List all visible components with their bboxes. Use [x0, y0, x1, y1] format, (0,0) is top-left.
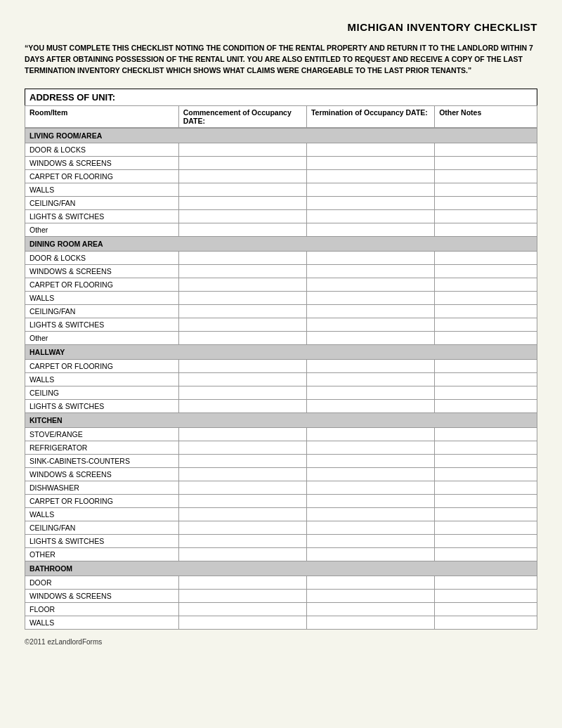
section-row: KITCHEN [25, 413, 537, 428]
item-label: WALLS [25, 508, 179, 521]
commencement-value [178, 468, 306, 481]
disclaimer-text: “YOU MUST COMPLETE THIS CHECKLIST NOTING… [25, 43, 537, 76]
section-label: DINING ROOM AREA [25, 237, 537, 252]
item-label: LIGHTS & SWITCHES [25, 400, 179, 413]
notes-value [435, 455, 537, 468]
table-row: OTHER [25, 548, 537, 561]
section-label: HALLWAY [25, 345, 537, 360]
item-label: DOOR & LOCKS [25, 143, 179, 157]
notes-value [435, 616, 537, 630]
address-row: ADDRESS OF UNIT: [25, 89, 537, 106]
table-row: CARPET OR FLOORING [25, 360, 537, 373]
section-row: HALLWAY [25, 345, 537, 360]
col-header-notes: Other Notes [435, 106, 537, 128]
column-header-row: Room/Item Commencement of Occupancy DATE… [25, 106, 537, 128]
notes-value [435, 400, 537, 413]
item-label: OTHER [25, 548, 179, 561]
item-label: LIGHTS & SWITCHES [25, 318, 179, 332]
termination-value [306, 481, 434, 495]
item-label: CEILING [25, 386, 179, 400]
termination-value [306, 386, 434, 400]
commencement-value [178, 455, 306, 468]
table-row: CEILING/FAN [25, 197, 537, 210]
table-row: Other [25, 223, 537, 237]
table-row: WINDOWS & SCREENS [25, 157, 537, 170]
commencement-value [178, 360, 306, 373]
notes-value [435, 495, 537, 508]
termination-value [306, 576, 434, 590]
termination-value [306, 360, 434, 373]
item-label: Other [25, 223, 179, 237]
col-header-room: Room/Item [25, 106, 179, 128]
item-label: WINDOWS & SCREENS [25, 468, 179, 481]
item-label: CARPET OR FLOORING [25, 278, 179, 292]
table-row: LIGHTS & SWITCHES [25, 210, 537, 223]
notes-value [435, 223, 537, 237]
table-row: WALLS [25, 616, 537, 630]
table-row: REFRIGERATOR [25, 441, 537, 455]
item-label: DISHWASHER [25, 481, 179, 495]
table-row: WALLS [25, 508, 537, 521]
notes-value [435, 197, 537, 210]
termination-value [306, 508, 434, 521]
item-label: CARPET OR FLOORING [25, 170, 179, 183]
item-label: WINDOWS & SCREENS [25, 157, 179, 170]
commencement-value [178, 481, 306, 495]
termination-value [306, 373, 434, 386]
item-label: WALLS [25, 616, 179, 630]
table-row: DOOR & LOCKS [25, 143, 537, 157]
notes-value [435, 183, 537, 197]
table-row: WALLS [25, 183, 537, 197]
notes-value [435, 468, 537, 481]
item-label: CEILING/FAN [25, 197, 179, 210]
termination-value [306, 265, 434, 278]
termination-value [306, 548, 434, 561]
commencement-value [178, 603, 306, 616]
commencement-value [178, 157, 306, 170]
termination-value [306, 521, 434, 535]
termination-value [306, 318, 434, 332]
item-label: WALLS [25, 183, 179, 197]
commencement-value [178, 400, 306, 413]
notes-value [435, 143, 537, 157]
termination-value [306, 197, 434, 210]
item-label: FLOOR [25, 603, 179, 616]
notes-value [435, 521, 537, 535]
commencement-value [178, 332, 306, 345]
notes-value [435, 508, 537, 521]
notes-value [435, 292, 537, 305]
item-label: Other [25, 332, 179, 345]
item-label: REFRIGERATOR [25, 441, 179, 455]
table-row: LIGHTS & SWITCHES [25, 400, 537, 413]
commencement-value [178, 210, 306, 223]
commencement-value [178, 223, 306, 237]
commencement-value [178, 576, 306, 590]
termination-value [306, 223, 434, 237]
item-label: DOOR [25, 576, 179, 590]
termination-value [306, 455, 434, 468]
table-row: CARPET OR FLOORING [25, 278, 537, 292]
termination-value [306, 400, 434, 413]
item-label: LIGHTS & SWITCHES [25, 210, 179, 223]
notes-value [435, 441, 537, 455]
notes-value [435, 481, 537, 495]
commencement-value [178, 278, 306, 292]
notes-value [435, 576, 537, 590]
commencement-value [178, 441, 306, 455]
col-header-termination: Termination of Occupancy DATE: [306, 106, 434, 128]
termination-value [306, 143, 434, 157]
termination-value [306, 590, 434, 603]
item-label: CARPET OR FLOORING [25, 495, 179, 508]
commencement-value [178, 428, 306, 441]
item-label: WALLS [25, 373, 179, 386]
item-label: CARPET OR FLOORING [25, 360, 179, 373]
table-row: LIGHTS & SWITCHES [25, 535, 537, 548]
notes-value [435, 278, 537, 292]
termination-value [306, 157, 434, 170]
notes-value [435, 252, 537, 265]
commencement-value [178, 252, 306, 265]
notes-value [435, 318, 537, 332]
address-label: ADDRESS OF UNIT: [25, 89, 537, 106]
table-row: WALLS [25, 292, 537, 305]
termination-value [306, 468, 434, 481]
